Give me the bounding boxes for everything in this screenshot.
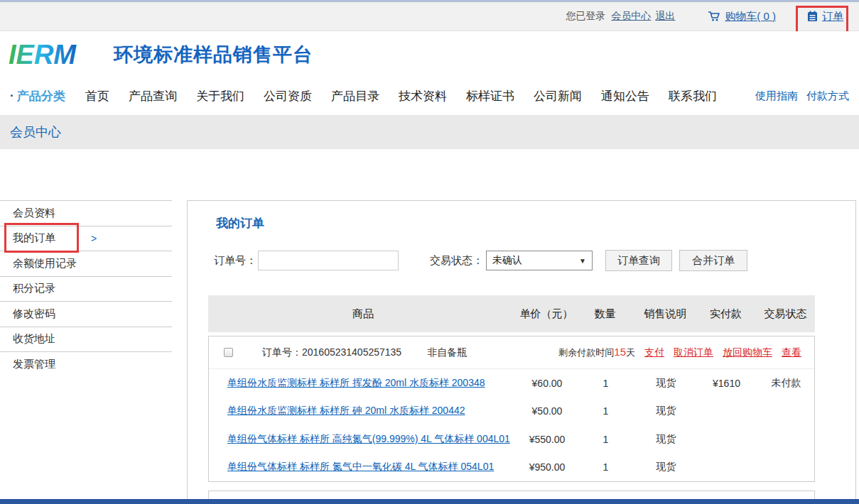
order-search-button[interactable]: 订单查询 — [605, 250, 672, 271]
sidebar-item-label: 积分记录 — [13, 282, 55, 295]
col-header-sales-note: 销售说明 — [635, 307, 696, 321]
nav-items: 首页 产品查询 关于我们 公司资质 产品目录 技术资料 标样证书 公司新闻 通知… — [85, 88, 717, 104]
nav-item-about-us[interactable]: 关于我们 — [196, 88, 244, 104]
order-no-value: 201605231405257135 — [302, 346, 401, 358]
col-header-product: 商品 — [208, 307, 518, 321]
item-price: ¥50.00 — [519, 405, 576, 417]
order-actions: 剩余付款时间15天 支付 取消订单 放回购物车 查看 — [558, 346, 814, 359]
sidebar-item-change-password[interactable]: 修改密码 — [0, 301, 172, 327]
nav-right-links: 使用指南 付款方式 — [755, 89, 849, 103]
item-note: 现货 — [636, 461, 696, 473]
order-item-row: 单组份气体标样 标样所 高纯氮气(99.999%) 4L 气体标样 004L01… — [209, 425, 814, 454]
return-to-cart-link[interactable]: 放回购物车 — [723, 346, 772, 359]
sidebar-item-points-records[interactable]: 积分记录 — [0, 276, 172, 302]
remain-unit: 天 — [626, 347, 635, 358]
chevron-right-icon: > — [91, 233, 97, 244]
order-item-row: 单组份水质监测标样 标样所 挥发酚 20ml 水质标样 200348 ¥60.0… — [209, 369, 814, 398]
item-price: ¥550.00 — [519, 434, 576, 445]
sidebar-item-shipping-address[interactable]: 收货地址 — [0, 327, 172, 352]
merge-orders-button[interactable]: 合并订单 — [679, 250, 747, 271]
breadcrumb: 会员中心 — [0, 115, 859, 149]
sidebar-item-balance-records[interactable]: 余额使用记录 — [0, 251, 172, 276]
item-price: ¥60.00 — [519, 378, 576, 389]
status-select[interactable]: 未确认 ▼ — [486, 251, 593, 270]
member-sidebar: 会员资料 我的订单 > 余额使用记录 积分记录 修改密码 收货地址 发票管理 — [0, 200, 172, 377]
view-order-link[interactable]: 查看 — [782, 346, 801, 359]
remain-days: 15 — [614, 346, 626, 358]
product-category-menu[interactable]: · 产品分类 — [10, 88, 81, 104]
col-header-quantity: 数量 — [575, 307, 635, 321]
order-item-row: 单组份水质监测标样 标样所 砷 20ml 水质标样 200442 ¥50.00 … — [209, 398, 814, 426]
sidebar-item-invoice-management[interactable]: 发票管理 — [0, 351, 172, 377]
logout-link[interactable]: 退出 — [655, 10, 675, 23]
item-qty: 1 — [576, 378, 636, 389]
nav-item-home[interactable]: 首页 — [85, 88, 109, 104]
sidebar-item-label: 修改密码 — [13, 307, 55, 321]
item-qty: 1 — [576, 434, 636, 445]
orders-link[interactable]: 订单 — [822, 10, 843, 23]
sidebar-item-label: 发票管理 — [13, 358, 55, 371]
orders-panel: 我的订单 订单号： 交易状态： 未确认 ▼ 订单查询 合并订单 商品 单价（元）… — [187, 200, 856, 504]
main-nav: · 产品分类 首页 产品查询 关于我们 公司资质 产品目录 技术资料 标样证书 … — [0, 78, 859, 114]
site-header: IERM 环境标准样品销售平台 — [0, 31, 859, 78]
product-category-label: 产品分类 — [17, 88, 65, 104]
breadcrumb-title: 会员中心 — [10, 124, 61, 141]
order-no-input[interactable] — [258, 251, 399, 270]
order-no-label: 订单号： — [214, 254, 256, 268]
order-checkbox[interactable] — [224, 348, 233, 357]
sidebar-item-label: 收货地址 — [13, 332, 55, 346]
item-qty: 1 — [576, 461, 636, 473]
top-utility-bar: 您已登录 会员中心 退出 购物车( 0 ) — [0, 0, 859, 31]
site-logo: IERM — [7, 38, 104, 72]
item-paid: ¥1610 — [696, 378, 757, 389]
user-guide-link[interactable]: 使用指南 — [755, 89, 798, 103]
bullet-icon: · — [10, 89, 14, 103]
nav-item-contact-us[interactable]: 联系我们 — [669, 88, 717, 104]
item-note: 现货 — [636, 433, 696, 446]
order-number: 订单号：201605231405257135 — [262, 346, 401, 359]
nav-item-company-news[interactable]: 公司新闻 — [534, 88, 582, 104]
order-no-label: 订单号： — [262, 346, 302, 358]
nav-item-certificates[interactable]: 标样证书 — [466, 88, 514, 104]
product-link[interactable]: 单组份水质监测标样 标样所 砷 20ml 水质标样 200442 — [227, 405, 465, 416]
order-block: 订单号：201605231405257135 非自备瓶 剩余付款时间15天 支付… — [208, 336, 815, 482]
order-header-row: 订单号：201605231405257135 非自备瓶 剩余付款时间15天 支付… — [209, 336, 814, 369]
col-header-paid-amount: 实付款 — [696, 307, 756, 321]
status-label: 交易状态： — [430, 254, 483, 268]
order-search-form: 订单号： 交易状态： 未确认 ▼ 订单查询 合并订单 — [214, 250, 747, 271]
sidebar-item-label: 我的订单 — [13, 231, 55, 245]
footer-bar — [0, 499, 859, 504]
nav-item-product-search[interactable]: 产品查询 — [129, 88, 177, 104]
sidebar-item-label: 余额使用记录 — [13, 257, 77, 270]
cart-icon — [708, 11, 720, 22]
orders-group[interactable]: 订单 — [807, 10, 843, 23]
product-link[interactable]: 单组份水质监测标样 标样所 挥发酚 20ml 水质标样 200348 — [227, 377, 485, 388]
nav-item-qualifications[interactable]: 公司资质 — [264, 88, 312, 104]
cart-group[interactable]: 购物车( 0 ) — [708, 10, 776, 23]
status-selected-value: 未确认 — [492, 254, 522, 267]
orders-table: 商品 单价（元） 数量 销售说明 实付款 交易状态 订单号：2016052314… — [208, 295, 815, 504]
cancel-order-link[interactable]: 取消订单 — [674, 346, 713, 359]
cart-link[interactable]: 购物车( 0 ) — [725, 10, 776, 23]
product-link[interactable]: 单组份气体标样 标样所 高纯氮气(99.999%) 4L 气体标样 004L01 — [227, 433, 510, 444]
logo-text: IERM — [9, 40, 77, 70]
member-center-link[interactable]: 会员中心 — [611, 10, 651, 23]
nav-item-tech-docs[interactable]: 技术资料 — [399, 88, 447, 104]
remain-label: 剩余付款时间 — [558, 347, 614, 358]
chevron-down-icon: ▼ — [579, 257, 586, 265]
nav-item-catalog[interactable]: 产品目录 — [331, 88, 379, 104]
remaining-payment-time: 剩余付款时间15天 — [558, 346, 635, 359]
order-item-row: 单组份气体标样 标样所 氮气中一氧化碳 4L 气体标样 054L01 ¥950.… — [209, 454, 814, 482]
page-title: 我的订单 — [216, 215, 264, 231]
order-list-icon — [807, 11, 818, 22]
nav-item-announcements[interactable]: 通知公告 — [601, 88, 649, 104]
sidebar-item-member-profile[interactable]: 会员资料 — [0, 200, 172, 226]
site-name: 环境标准样品销售平台 — [114, 42, 313, 67]
login-status-text: 您已登录 — [566, 10, 605, 23]
item-note: 现货 — [636, 377, 696, 390]
payment-method-link[interactable]: 付款方式 — [806, 89, 849, 103]
pay-link[interactable]: 支付 — [644, 346, 664, 359]
product-link[interactable]: 单组份气体标样 标样所 氮气中一氧化碳 4L 气体标样 054L01 — [227, 461, 494, 472]
item-qty: 1 — [576, 405, 636, 417]
sidebar-item-my-orders[interactable]: 我的订单 > — [0, 226, 172, 251]
